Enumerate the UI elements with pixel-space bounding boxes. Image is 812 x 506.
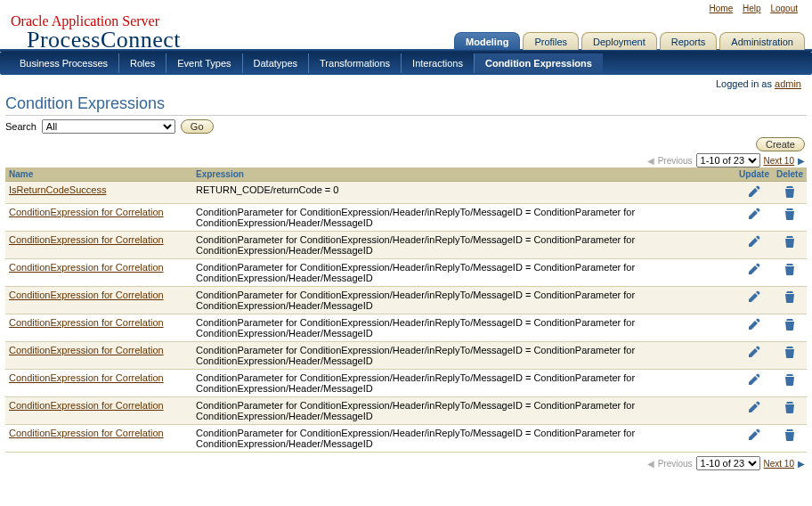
page-title: Condition Expressions (5, 94, 807, 113)
pencil-icon[interactable] (747, 317, 761, 333)
pencil-icon[interactable] (747, 234, 761, 250)
main-tabs: Modeling Profiles Deployment Reports Adm… (451, 32, 805, 50)
login-status: Logged in as admin (0, 75, 812, 94)
condition-expressions-table: Name Expression Update Delete IsReturnCo… (5, 167, 807, 453)
row-name-link[interactable]: ConditionExpression for Correlation (9, 400, 164, 411)
row-name-link[interactable]: ConditionExpression for Correlation (9, 290, 164, 300)
row-name-link[interactable]: ConditionExpression for Correlation (9, 317, 164, 328)
pager-next-link[interactable]: Next 10 (764, 156, 794, 166)
pager-previous-label: Previous (658, 156, 693, 166)
next-arrow-icon[interactable]: ▶ (798, 459, 805, 469)
row-name-link[interactable]: ConditionExpression for Correlation (9, 207, 164, 217)
create-button[interactable]: Create (756, 137, 805, 151)
trash-icon[interactable] (783, 262, 797, 278)
pencil-icon[interactable] (747, 372, 761, 388)
row-name-link[interactable]: ConditionExpression for Correlation (9, 262, 164, 273)
pager-range-select[interactable]: 1-10 of 23 (696, 153, 760, 167)
pencil-icon[interactable] (747, 400, 761, 416)
search-select[interactable]: All (42, 119, 175, 134)
col-update[interactable]: Update (735, 167, 773, 182)
row-name-link[interactable]: ConditionExpression for Correlation (9, 372, 164, 383)
pencil-icon[interactable] (747, 428, 761, 444)
subtab-condition-expressions[interactable]: Condition Expressions (474, 53, 603, 73)
trash-icon[interactable] (783, 317, 797, 333)
row-name-link[interactable]: IsReturnCodeSuccess (9, 184, 106, 195)
row-expression: RETURN_CODE/returnCode = 0 (192, 182, 735, 204)
tab-profiles[interactable]: Profiles (523, 32, 579, 50)
tab-modeling[interactable]: Modeling (454, 32, 520, 50)
pager-top: ◀ Previous 1-10 of 23 Next 10 ▶ (5, 153, 807, 167)
subtab-transformations[interactable]: Transformations (308, 53, 401, 73)
table-row: ConditionExpression for CorrelationCondi… (5, 259, 807, 287)
next-arrow-icon[interactable]: ▶ (798, 156, 805, 166)
col-expression[interactable]: Expression (192, 167, 735, 182)
pencil-icon[interactable] (747, 207, 761, 223)
pager-previous-label: Previous (658, 459, 693, 469)
row-name-link[interactable]: ConditionExpression for Correlation (9, 345, 164, 355)
pager-range-select[interactable]: 1-10 of 23 (696, 456, 760, 470)
table-row: ConditionExpression for CorrelationCondi… (5, 397, 807, 425)
title-divider (5, 115, 807, 116)
pager-next-link[interactable]: Next 10 (764, 459, 794, 469)
login-prefix: Logged in as (716, 78, 775, 89)
row-name-link[interactable]: ConditionExpression for Correlation (9, 234, 164, 245)
table-row: ConditionExpression for CorrelationCondi… (5, 204, 807, 232)
logout-link[interactable]: Logout (770, 4, 798, 13)
row-expression: ConditionParameter for ConditionExpressi… (192, 314, 735, 342)
row-expression: ConditionParameter for ConditionExpressi… (192, 397, 735, 425)
tab-administration[interactable]: Administration (719, 32, 805, 50)
subtab-interactions[interactable]: Interactions (401, 53, 474, 73)
row-expression: ConditionParameter for ConditionExpressi… (192, 232, 735, 259)
row-expression: ConditionParameter for ConditionExpressi… (192, 204, 735, 232)
row-expression: ConditionParameter for ConditionExpressi… (192, 370, 735, 397)
help-link[interactable]: Help (743, 4, 761, 13)
table-row: ConditionExpression for CorrelationCondi… (5, 342, 807, 370)
table-row: ConditionExpression for CorrelationCondi… (5, 370, 807, 397)
subtab-roles[interactable]: Roles (118, 53, 166, 73)
table-row: ConditionExpression for CorrelationCondi… (5, 232, 807, 259)
col-delete[interactable]: Delete (773, 167, 807, 182)
tab-deployment[interactable]: Deployment (581, 32, 657, 50)
row-name-link[interactable]: ConditionExpression for Correlation (9, 428, 164, 438)
subtab-business-processes[interactable]: Business Processes (9, 53, 118, 73)
subtab-datatypes[interactable]: Datatypes (242, 53, 309, 73)
pencil-icon[interactable] (747, 262, 761, 278)
top-links: Home Help Logout (0, 0, 812, 13)
trash-icon[interactable] (783, 207, 797, 223)
pencil-icon[interactable] (747, 290, 761, 306)
row-expression: ConditionParameter for ConditionExpressi… (192, 342, 735, 370)
table-row: IsReturnCodeSuccessRETURN_CODE/returnCod… (5, 182, 807, 204)
trash-icon[interactable] (783, 428, 797, 444)
table-row: ConditionExpression for CorrelationCondi… (5, 314, 807, 342)
row-expression: ConditionParameter for ConditionExpressi… (192, 287, 735, 314)
pencil-icon[interactable] (747, 184, 761, 200)
search-label: Search (5, 121, 37, 132)
table-row: ConditionExpression for CorrelationCondi… (5, 425, 807, 453)
trash-icon[interactable] (783, 184, 797, 200)
trash-icon[interactable] (783, 290, 797, 306)
row-expression: ConditionParameter for ConditionExpressi… (192, 425, 735, 453)
pager-bottom: ◀ Previous 1-10 of 23 Next 10 ▶ (5, 456, 807, 470)
home-link[interactable]: Home (710, 4, 734, 13)
row-expression: ConditionParameter for ConditionExpressi… (192, 259, 735, 287)
trash-icon[interactable] (783, 372, 797, 388)
prev-arrow-icon: ◀ (647, 459, 654, 469)
sub-tab-bar: Business Processes Roles Event Types Dat… (0, 52, 812, 75)
search-row: Search All Go (5, 119, 807, 134)
branding: Oracle Application Server ProcessConnect (7, 13, 181, 50)
go-button[interactable]: Go (181, 119, 214, 134)
col-name[interactable]: Name (5, 167, 192, 182)
trash-icon[interactable] (783, 345, 797, 361)
trash-icon[interactable] (783, 234, 797, 250)
tab-reports[interactable]: Reports (660, 32, 718, 50)
brand-sub: ProcessConnect (11, 29, 181, 50)
table-row: ConditionExpression for CorrelationCondi… (5, 287, 807, 314)
trash-icon[interactable] (783, 400, 797, 416)
prev-arrow-icon: ◀ (647, 156, 654, 166)
pencil-icon[interactable] (747, 345, 761, 361)
login-user[interactable]: admin (775, 78, 801, 89)
subtab-event-types[interactable]: Event Types (166, 53, 241, 73)
